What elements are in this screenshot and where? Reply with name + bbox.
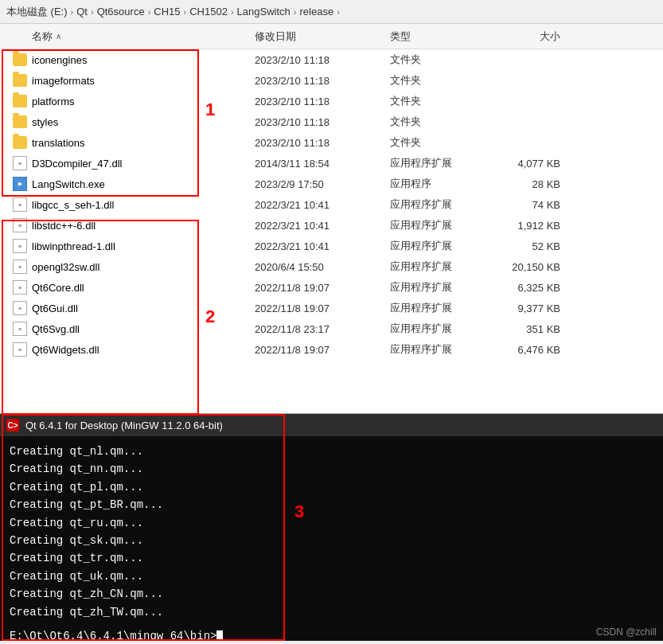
breadcrumb-sep-4: › [231,7,234,17]
file-name-label: LangSwitch.exe [32,178,105,190]
file-name-label: Qt6Gui.dll [32,302,78,314]
file-type-cell: 应用程序扩展 [390,239,493,253]
terminal-icon: C> [6,419,19,431]
file-date-cell: 2023/2/10 11:18 [255,96,390,107]
file-date-cell: 2022/11/8 19:07 [255,282,390,294]
file-date-cell: 2022/3/21 10:41 [255,240,390,252]
file-type-cell: 文件夹 [390,135,493,150]
file-size-cell: 1,912 KB [493,220,573,232]
col-header-date[interactable]: 修改日期 [255,29,390,44]
file-name-label: imageformats [32,75,95,87]
file-name-label: Qt6Core.dll [32,282,84,294]
file-row[interactable]: ≡ libstdc++-6.dll 2022/3/21 10:41 应用程序扩展… [0,215,663,236]
file-row[interactable]: ≡ libgcc_s_seh-1.dll 2022/3/21 10:41 应用程… [0,194,663,215]
breadcrumb-item-5[interactable]: LangSwitch [237,6,291,18]
file-row[interactable]: ≡ opengl32sw.dll 2020/6/4 15:50 应用程序扩展 2… [0,256,663,277]
terminal-line: Creating qt_zh_CN.qm... [10,585,653,603]
file-name-cell: ≡ Qt6Widgets.dll [0,342,255,357]
file-date-cell: 2014/3/11 18:54 [255,158,390,170]
breadcrumb-item-4[interactable]: CH1502 [189,6,228,18]
file-type-cell: 文件夹 [390,53,493,67]
col-header-name[interactable]: 名称 ∧ [0,29,255,44]
file-row[interactable]: ▶ LangSwitch.exe 2023/2/9 17:50 应用程序 28 … [0,174,663,194]
terminal-wrapper: C> Qt 6.4.1 for Desktop (MinGW 11.2.0 64… [0,414,663,641]
breadcrumb-item-3[interactable]: CH15 [154,6,180,18]
file-size-cell: 74 KB [493,199,573,211]
file-row[interactable]: ≡ Qt6Widgets.dll 2022/11/8 19:07 应用程序扩展 … [0,339,663,360]
file-type-cell: 文件夹 [390,94,493,108]
file-row[interactable]: imageformats 2023/2/10 11:18 文件夹 [0,70,663,91]
file-name-label: platforms [32,96,74,107]
dll-icon: ≡ [13,322,27,336]
file-name-label: libwinpthread-1.dll [32,240,115,252]
terminal-content: Creating qt_nl.qm...Creating qt_nn.qm...… [0,436,663,644]
file-name-cell: ≡ D3Dcompiler_47.dll [0,156,255,170]
file-row[interactable]: ≡ libwinpthread-1.dll 2022/3/21 10:41 应用… [0,236,663,256]
file-size-cell: 6,325 KB [493,282,573,294]
breadcrumb-sep-5: › [294,7,297,17]
file-name-cell: translations [0,136,255,149]
file-row[interactable]: ≡ Qt6Svg.dll 2022/11/8 23:17 应用程序扩展 351 … [0,318,663,339]
file-row[interactable]: ≡ Qt6Core.dll 2022/11/8 19:07 应用程序扩展 6,3… [0,277,663,298]
breadcrumb-item-0[interactable]: 本地磁盘 (E:) [6,5,68,19]
breadcrumb-sep-1: › [91,7,94,17]
file-type-cell: 应用程序扩展 [390,218,493,232]
terminal-line: Creating qt_uk.qm... [10,568,653,585]
breadcrumb-sep-0: › [71,7,74,17]
file-row[interactable]: styles 2023/2/10 11:18 文件夹 [0,111,663,132]
file-date-cell: 2020/6/4 15:50 [255,261,390,273]
breadcrumb-sep-6: › [337,7,340,17]
file-name-cell: ▶ LangSwitch.exe [0,177,255,191]
file-date-cell: 2023/2/10 11:18 [255,137,390,149]
file-type-cell: 应用程序扩展 [390,342,493,357]
file-date-cell: 2022/11/8 19:07 [255,302,390,314]
terminal-titlebar: C> Qt 6.4.1 for Desktop (MinGW 11.2.0 64… [0,414,663,436]
breadcrumb-item-6[interactable]: release [299,6,333,18]
breadcrumb-item-2[interactable]: Qt6source [97,6,145,18]
file-size-cell: 6,476 KB [493,344,573,356]
terminal-title: Qt 6.4.1 for Desktop (MinGW 11.2.0 64-bi… [25,420,223,431]
file-type-cell: 应用程序 [390,177,493,191]
file-type-cell: 文件夹 [390,115,493,129]
file-size-cell: 4,077 KB [493,158,573,170]
file-name-cell: ≡ Qt6Core.dll [0,280,255,295]
watermark: CSDN @zchill [596,626,657,638]
terminal-line: Creating qt_sk.qm... [10,532,653,549]
file-name-cell: platforms [0,95,255,107]
main-window: 本地磁盘 (E:) › Qt › Qt6source › CH15 › CH15… [0,0,663,644]
file-date-cell: 2023/2/10 11:18 [255,54,390,66]
file-name-label: iconengines [32,54,87,66]
file-row[interactable]: ≡ D3Dcompiler_47.dll 2014/3/11 18:54 应用程… [0,153,663,174]
file-date-cell: 2023/2/9 17:50 [255,178,390,190]
file-row[interactable]: platforms 2023/2/10 11:18 文件夹 [0,91,663,111]
file-type-cell: 文件夹 [390,73,493,88]
breadcrumb[interactable]: 本地磁盘 (E:) › Qt › Qt6source › CH15 › CH15… [0,0,663,24]
dll-icon: ≡ [13,218,27,232]
file-size-cell: 9,377 KB [493,302,573,314]
file-list-container: 名称 ∧ 修改日期 类型 大小 iconengines 2023/2/10 11… [0,24,663,414]
file-type-cell: 应用程序扩展 [390,197,493,212]
file-list: iconengines 2023/2/10 11:18 文件夹 imagefor… [0,49,663,360]
dll-icon: ≡ [13,280,27,295]
file-size-cell: 351 KB [493,323,573,335]
file-name-cell: styles [0,115,255,128]
terminal-line: Creating qt_nn.qm... [10,460,653,478]
file-type-cell: 应用程序扩展 [390,322,493,336]
dll-icon: ≡ [13,239,27,253]
terminal: C> Qt 6.4.1 for Desktop (MinGW 11.2.0 64… [0,414,663,641]
col-header-type[interactable]: 类型 [390,29,493,44]
file-row[interactable]: translations 2023/2/10 11:18 文件夹 [0,132,663,153]
file-size-cell: 20,150 KB [493,261,573,273]
file-name-cell: imageformats [0,74,255,87]
column-headers: 名称 ∧ 修改日期 类型 大小 [0,24,663,49]
file-type-cell: 应用程序扩展 [390,156,493,170]
file-row[interactable]: ≡ Qt6Gui.dll 2022/11/8 19:07 应用程序扩展 9,37… [0,298,663,318]
breadcrumb-item-1[interactable]: Qt [76,6,88,18]
terminal-line: Creating qt_nl.qm... [10,443,653,460]
file-row[interactable]: iconengines 2023/2/10 11:18 文件夹 [0,49,663,70]
col-header-size[interactable]: 大小 [493,29,573,44]
file-name-label: libstdc++-6.dll [32,220,96,232]
terminal-line: Creating qt_zh_TW.qm... [10,603,653,621]
file-name-label: styles [32,116,58,128]
dll-icon: ≡ [13,156,27,170]
